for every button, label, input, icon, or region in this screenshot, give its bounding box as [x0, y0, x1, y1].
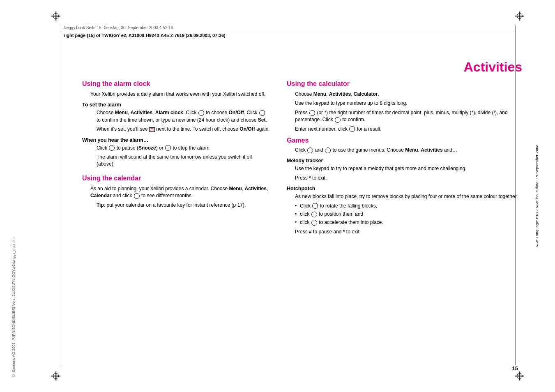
- set-alarm-subheading: To set the alarm: [82, 102, 270, 108]
- hear-alarm-text1: Click to pause (Snooze) or to stop the a…: [97, 145, 270, 152]
- circle-icon-7: [335, 117, 341, 123]
- circle-icon-8: [349, 126, 355, 132]
- bottom-rule: [62, 365, 514, 365]
- calculator-heading: Using the calculator: [287, 80, 518, 88]
- melody-tracker-subheading: Melody tracker: [287, 158, 518, 164]
- calendar-heading: Using the calendar: [82, 175, 270, 182]
- calculator-text3: Press (or *) the right number of times f…: [295, 109, 518, 124]
- calculator-text2: Use the keypad to type numbers up to 8 d…: [295, 100, 518, 107]
- circle-icon-10: [325, 148, 331, 153]
- copyright-text: © Siemens AG 2003, P:\PNISDNiXELIBRI Ver…: [12, 238, 16, 378]
- hotchpotch-end: Press # to pause and * to exit.: [295, 228, 518, 235]
- top-rule: [62, 31, 514, 31]
- bullet-3: click to accelerate them into place.: [295, 219, 518, 226]
- left-border-line: [61, 25, 61, 365]
- file-info-bar: twiggy.book Seite 15 Dienstag, 30. Septe…: [64, 25, 173, 30]
- melody-tracker-text1: Use the keypad to try to repeat a melody…: [295, 165, 518, 172]
- circle-icon-2: [259, 110, 265, 116]
- page-title: Activities: [464, 60, 522, 74]
- set-alarm-text1: Choose Menu, Activities, Alarm clock. Cl…: [97, 109, 270, 124]
- circle-icon-5: [134, 193, 140, 199]
- corner-top-left: [51, 12, 60, 21]
- corner-bottom-left: [51, 371, 60, 380]
- page-title-area: Activities: [464, 60, 522, 75]
- file-info-bold: right page (15) of TWIGGY e2, A31008-H92…: [64, 33, 226, 38]
- circle-icon-12: [311, 212, 317, 217]
- calendar-intro: As an aid to planning, your Xelibri prov…: [90, 185, 270, 200]
- hotchpotch-subheading: Hotchpotch: [287, 186, 518, 191]
- circle-icon-3: [109, 145, 115, 151]
- alarm-clock-intro: Your Xelibri provides a daily alarm that…: [90, 91, 270, 98]
- calculator-text1: Choose Menu, Activities, Calculator.: [295, 91, 518, 98]
- games-intro: Click and to use the game menus. Choose …: [295, 147, 518, 154]
- circle-icon-6: [309, 110, 315, 116]
- set-alarm-text2: When it's set, you'll see ⏰ next to the …: [97, 126, 270, 133]
- bullet-1: Click to rotate the falling blocks,: [295, 203, 518, 210]
- alarm-clock-heading: Using the alarm clock: [82, 80, 270, 88]
- content-area: Using the alarm clock Your Xelibri provi…: [82, 80, 518, 359]
- page-container: twiggy.book Seite 15 Dienstag, 30. Septe…: [0, 0, 555, 392]
- right-sidebar: VAR Language: ENG; VAR issue date: 18-Se…: [519, 0, 555, 392]
- games-heading: Games: [287, 137, 518, 144]
- hotchpotch-bullets: Click to rotate the falling blocks, clic…: [295, 203, 518, 226]
- sidebar-label: VAR Language: ENG; VAR issue date: 18-Se…: [534, 145, 539, 247]
- circle-icon-9: [307, 148, 313, 153]
- circle-icon-1: [198, 110, 204, 116]
- hear-alarm-text2: The alarm will sound at the same time to…: [97, 154, 270, 168]
- right-column: Using the calculator Choose Menu, Activi…: [283, 80, 518, 359]
- calculator-text4: Enter next number, click for a result.: [295, 126, 518, 133]
- hear-alarm-subheading: When you hear the alarm…: [82, 137, 270, 143]
- page-number: 15: [512, 365, 518, 371]
- melody-tracker-text2: Press * to exit.: [295, 175, 518, 182]
- hotchpotch-intro: As new blocks fall into place, try to re…: [295, 193, 518, 200]
- circle-icon-11: [312, 203, 318, 209]
- bullet-2: click to position them and: [295, 211, 518, 218]
- calendar-tip: Tip: put your calendar on a favourite ke…: [97, 202, 270, 209]
- left-column: Using the alarm clock Your Xelibri provi…: [82, 80, 283, 359]
- circle-icon-13: [311, 220, 317, 226]
- alarm-icon: ⏰: [149, 127, 155, 132]
- circle-icon-4: [165, 145, 171, 151]
